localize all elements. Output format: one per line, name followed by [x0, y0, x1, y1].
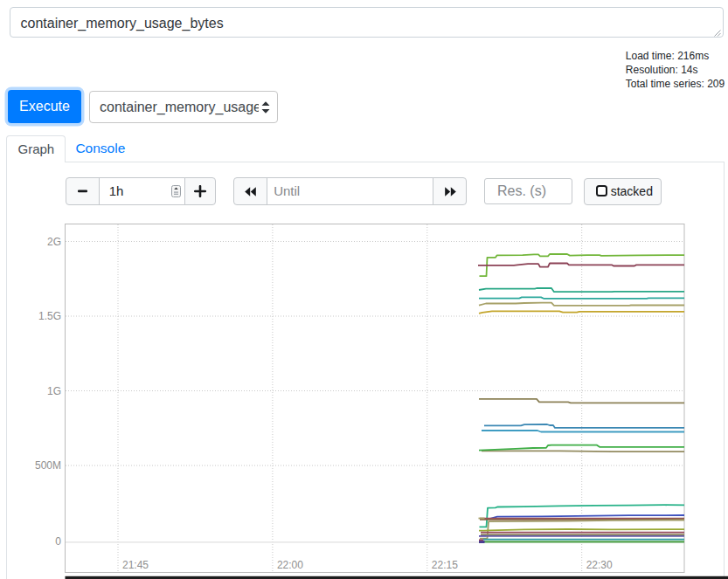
svg-text:21:45: 21:45: [122, 559, 149, 571]
svg-text:500M: 500M: [35, 459, 61, 472]
svg-text:1.5G: 1.5G: [38, 310, 61, 322]
svg-text:22:15: 22:15: [432, 559, 458, 571]
svg-text:22:30: 22:30: [586, 559, 613, 571]
svg-text:2G: 2G: [47, 236, 61, 248]
svg-text:1G: 1G: [47, 385, 61, 397]
svg-text:22:00: 22:00: [277, 559, 303, 571]
svg-text:0: 0: [55, 535, 61, 548]
